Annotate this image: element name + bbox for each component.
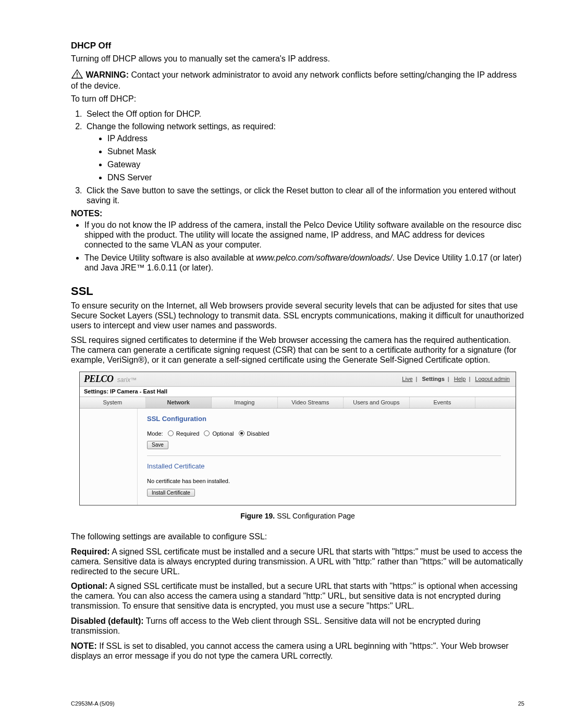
footer-page-num: 25 [518, 700, 524, 707]
step-2-bullets: IP Address Subnet Mask Gateway DNS Serve… [107, 134, 524, 183]
step-1: Select the Off option for DHCP. [84, 109, 524, 119]
warning-text-body: Contact your network administrator to av… [71, 70, 517, 90]
shot-topbar: PELCO sarix™ Live| Settings| Help| Logou… [80, 372, 516, 387]
notes-label: NOTES: [71, 209, 524, 219]
tab-users[interactable]: Users and Groups [344, 397, 410, 408]
radio-disabled[interactable] [239, 430, 244, 436]
figure-caption: Figure 19. SSL Configuration Page [71, 512, 524, 521]
label-optional: Optional [212, 430, 234, 437]
no-cert-text: No certificate has been installed. [147, 478, 501, 485]
footer-doc-id: C2953M-A (5/09) [71, 700, 115, 707]
brand-pelco: PELCO [84, 374, 114, 384]
top-links: Live| Settings| Help| Logout admin [400, 376, 511, 382]
step-2-subnet: Subnet Mask [107, 147, 524, 157]
mode-row: Mode: Required Optional Disabled [147, 430, 501, 437]
note-1: If you do not know the IP address of the… [84, 220, 524, 250]
optional-text: A signed SSL certificate must be install… [71, 582, 518, 610]
step-2-ip: IP Address [107, 134, 524, 144]
notes-list: If you do not know the IP address of the… [84, 220, 524, 273]
link-live[interactable]: Live [402, 376, 412, 382]
ssl-note: NOTE: If SSL is set to disabled, you can… [71, 641, 524, 661]
ssl-note-label: NOTE: [71, 641, 97, 650]
step-2-gateway: Gateway [107, 160, 524, 170]
brand-block: PELCO sarix™ [84, 374, 137, 385]
figure-title: SSL Configuration Page [275, 512, 355, 520]
tab-system[interactable]: System [80, 397, 146, 408]
ssl-note-text: If SSL is set to disabled, you cannot ac… [71, 641, 509, 660]
link-help[interactable]: Help [454, 376, 466, 382]
label-disabled: Disabled [247, 430, 270, 437]
warning-label: WARNING: [85, 70, 129, 79]
shot-main: SSL Configuration Mode: Required Optiona… [138, 409, 516, 505]
setting-required: Required: A signed SSL certificate must … [71, 547, 524, 577]
ssl-p1: To ensure security on the Internet, all … [71, 301, 524, 331]
shot-divider [147, 455, 501, 456]
save-button[interactable]: Save [147, 441, 168, 449]
required-label: Required: [71, 547, 110, 556]
warning-icon [71, 69, 83, 81]
step-2-text: Change the following network settings, a… [87, 122, 276, 131]
label-required: Required [176, 430, 200, 437]
shot-sidebar [80, 409, 138, 505]
shot-h-installed-cert: Installed Certificate [147, 462, 501, 470]
disabled-label: Disabled (default): [71, 616, 144, 625]
shot-h-ssl-config: SSL Configuration [147, 415, 501, 423]
optional-label: Optional: [71, 582, 107, 590]
step-3: Click the Save button to save the settin… [84, 186, 524, 206]
heading-ssl: SSL [71, 285, 524, 298]
svg-point-1 [77, 76, 78, 77]
shot-body: SSL Configuration Mode: Required Optiona… [80, 409, 516, 505]
page-footer: C2953M-A (5/09) 25 [71, 700, 524, 707]
shot-breadcrumb: Settings: IP Camera - East Hall [80, 387, 516, 397]
figure-number: Figure 19. [240, 512, 275, 520]
ssl-config-screenshot: PELCO sarix™ Live| Settings| Help| Logou… [79, 372, 516, 505]
radio-optional[interactable] [204, 430, 210, 436]
note-2-link: www.pelco.com/software/downloads/ [256, 253, 392, 262]
warning-row: WARNING: Contact your network administra… [71, 69, 524, 91]
setting-disabled: Disabled (default): Turns off access to … [71, 616, 524, 636]
radio-required[interactable] [168, 430, 174, 436]
install-certificate-button[interactable]: Install Certificate [147, 489, 195, 497]
tab-spacer [475, 397, 516, 408]
brand-sarix: sarix™ [117, 376, 137, 384]
tab-video[interactable]: Video Streams [278, 397, 344, 408]
tab-imaging[interactable]: Imaging [212, 397, 278, 408]
mode-label: Mode: [147, 430, 163, 437]
note-2-a: The Device Utility software is also avai… [84, 253, 256, 262]
note-2: The Device Utility software is also avai… [84, 253, 524, 273]
link-settings[interactable]: Settings [422, 376, 444, 382]
tab-events[interactable]: Events [410, 397, 476, 408]
required-text: A signed SSL certificate must be install… [71, 547, 523, 576]
dhcp-intro: Turning off DHCP allows you to manually … [71, 54, 524, 64]
dhcp-steps: Select the Off option for DHCP. Change t… [84, 109, 524, 206]
setting-optional: Optional: A signed SSL certificate must … [71, 582, 524, 611]
settings-lead: The following settings are available to … [71, 532, 524, 542]
step-2-dns: DNS Server [107, 173, 524, 183]
tab-network[interactable]: Network [146, 397, 212, 408]
link-logout[interactable]: Logout admin [475, 376, 510, 382]
shot-tabs: System Network Imaging Video Streams Use… [80, 397, 516, 409]
turn-off-lead: To turn off DHCP: [71, 94, 524, 104]
heading-dhcp-off: DHCP Off [71, 41, 524, 51]
ssl-p2: SSL requires signed certificates to dete… [71, 336, 524, 365]
step-2: Change the following network settings, a… [84, 122, 524, 182]
